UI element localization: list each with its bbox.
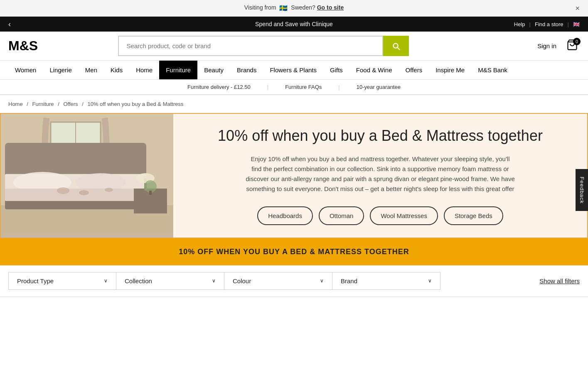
hero-image [1, 114, 173, 238]
nav-item-inspire-me[interactable]: Inspire Me [429, 61, 471, 79]
svg-point-14 [79, 190, 89, 195]
find-store-link[interactable]: Find a store [535, 21, 563, 27]
promo-arrow-left[interactable]: ‹ [8, 20, 11, 29]
hero-btn-ottoman[interactable]: Ottoman [319, 206, 364, 225]
ms-logo[interactable]: M&S [8, 38, 50, 54]
colour-chevron: ∨ [320, 278, 324, 284]
nav-item-beauty[interactable]: Beauty [197, 61, 230, 79]
colour-label: Colour [233, 277, 251, 284]
brand-label: Brand [341, 277, 357, 284]
search-button[interactable] [383, 36, 409, 56]
uk-flag: 🇬🇧 [573, 21, 580, 27]
svg-rect-8 [5, 143, 146, 176]
svg-point-13 [57, 187, 69, 194]
help-link[interactable]: Help [514, 21, 525, 27]
nav-item-m-s-bank[interactable]: M&S Bank [471, 61, 514, 79]
nav-link-lingerie[interactable]: Lingerie [43, 61, 78, 79]
breadcrumb-current[interactable]: 10% off when you buy a Bed & Mattress [87, 101, 183, 107]
10year-guarantee-link[interactable]: 10-year guarantee [357, 84, 401, 90]
collection-chevron: ∨ [212, 278, 216, 284]
svg-rect-12 [5, 189, 146, 201]
furniture-delivery-link[interactable]: Furniture delivery - £12.50 [187, 84, 251, 90]
hero-btn-wool-mattresses[interactable]: Wool Mattresses [370, 206, 438, 225]
nav-link-food---wine[interactable]: Food & Wine [349, 61, 399, 79]
geo-text: Visiting from 🇸🇪 Sweden? Go to site [244, 4, 344, 11]
breadcrumb-offers[interactable]: Offers [63, 101, 78, 107]
hero-description: Enjoy 10% off when you buy a bed and mat… [245, 154, 515, 194]
colour-dropdown[interactable]: Colour ∨ [224, 272, 332, 290]
divider: | [529, 21, 531, 27]
nav-link-home[interactable]: Home [129, 61, 159, 79]
nav-link-m-s-bank[interactable]: M&S Bank [471, 61, 514, 79]
go-to-site-link[interactable]: Go to site [317, 4, 344, 11]
nav-link-offers[interactable]: Offers [399, 61, 429, 79]
nav-item-home[interactable]: Home [129, 61, 159, 79]
show-all-filters-button[interactable]: Show all filters [539, 277, 580, 284]
offer-banner-text: 10% OFF WHEN YOU BUY A BED & MATTRESS TO… [179, 248, 409, 256]
furniture-faqs-link[interactable]: Furniture FAQs [285, 84, 322, 90]
breadcrumb: Home / Furniture / Offers / 10% off when… [0, 95, 588, 113]
hero-buttons: HeadboardsOttomanWool MattressesStorage … [257, 206, 503, 225]
nav-item-brands[interactable]: Brands [230, 61, 263, 79]
nav-item-gifts[interactable]: Gifts [323, 61, 349, 79]
product-type-chevron: ∨ [104, 278, 108, 284]
hero-title: 10% off when you buy a Bed & Mattress to… [218, 126, 543, 146]
nav-link-men[interactable]: Men [79, 61, 104, 79]
nav-link-beauty[interactable]: Beauty [197, 61, 230, 79]
collection-label: Collection [125, 277, 152, 284]
svg-point-15 [105, 188, 113, 192]
main-nav: WomenLingerieMenKidsHomeFurnitureBeautyB… [0, 61, 588, 80]
nav-item-men[interactable]: Men [79, 61, 104, 79]
nav-item-flowers---plants[interactable]: Flowers & Plants [263, 61, 323, 79]
sub-nav: Furniture delivery - £12.50 | Furniture … [0, 80, 588, 95]
hero-btn-storage-beds[interactable]: Storage Beds [444, 206, 503, 225]
nav-item-furniture[interactable]: Furniture [159, 61, 197, 79]
sign-in-button[interactable]: Sign in [537, 42, 556, 49]
header-actions: Sign in 0 [537, 39, 580, 54]
nav-link-inspire-me[interactable]: Inspire Me [429, 61, 471, 79]
nav-item-kids[interactable]: Kids [104, 61, 129, 79]
divider2: | [568, 21, 569, 27]
geo-bar: Visiting from 🇸🇪 Sweden? Go to site × [0, 0, 588, 17]
cart-count: 0 [573, 38, 581, 45]
nav-link-flowers---plants[interactable]: Flowers & Plants [263, 61, 323, 79]
breadcrumb-home[interactable]: Home [8, 101, 23, 107]
nav-item-offers[interactable]: Offers [399, 61, 429, 79]
cart-button[interactable]: 0 [565, 39, 580, 54]
sweden-flag: 🇸🇪 [279, 5, 288, 12]
hero-content: 10% off when you buy a Bed & Mattress to… [173, 114, 587, 238]
promo-bar: ‹ Spend and Save with Clinique › Help | … [0, 17, 588, 32]
product-type-dropdown[interactable]: Product Type ∨ [8, 272, 116, 290]
feedback-tab[interactable]: Feedback [576, 169, 588, 211]
search-container [118, 36, 409, 56]
main-header: M&S Sign in 0 [0, 32, 588, 61]
svg-rect-20 [149, 191, 152, 195]
nav-item-women[interactable]: Women [8, 61, 43, 79]
filter-bar: Product Type ∨ Collection ∨ Colour ∨ Bra… [0, 265, 588, 297]
search-icon [391, 42, 401, 51]
promo-text: Spend and Save with Clinique [255, 21, 333, 27]
nav-link-gifts[interactable]: Gifts [323, 61, 349, 79]
offer-banner: 10% OFF WHEN YOU BUY A BED & MATTRESS TO… [0, 238, 588, 265]
geo-bar-close-button[interactable]: × [575, 4, 580, 12]
collection-dropdown[interactable]: Collection ∨ [116, 272, 224, 290]
hero-btn-headboards[interactable]: Headboards [257, 206, 313, 225]
search-input[interactable] [118, 36, 383, 56]
breadcrumb-furniture[interactable]: Furniture [32, 101, 54, 107]
brand-chevron: ∨ [428, 278, 432, 284]
nav-link-furniture[interactable]: Furniture [159, 61, 197, 79]
nav-link-women[interactable]: Women [8, 61, 43, 79]
nav-link-brands[interactable]: Brands [230, 61, 263, 79]
nav-item-food---wine[interactable]: Food & Wine [349, 61, 399, 79]
brand-dropdown[interactable]: Brand ∨ [332, 272, 440, 290]
nav-link-kids[interactable]: Kids [104, 61, 129, 79]
nav-item-lingerie[interactable]: Lingerie [43, 61, 78, 79]
hero-section: 10% off when you buy a Bed & Mattress to… [0, 113, 588, 238]
product-type-label: Product Type [17, 277, 54, 284]
